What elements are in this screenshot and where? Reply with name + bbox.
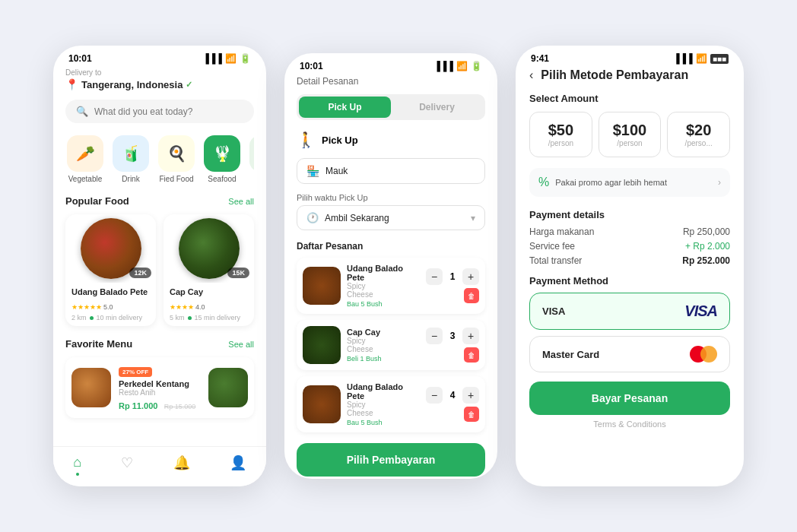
store-name: Mauk — [325, 166, 475, 176]
fav-img-2 — [208, 368, 248, 407]
qty-plus-1[interactable]: + — [462, 268, 479, 285]
popular-grid: 12K Udang Balado Pete ★★★★★5.0 2 km 10 m… — [65, 214, 254, 326]
category-seafood[interactable]: 🦞 Seafood — [202, 135, 242, 183]
order-variant-2a: Spicy — [347, 337, 420, 345]
order-right-1: − 1 + 🗑 — [426, 268, 479, 303]
order-details-2: Cap Cay Spicy Cheese Beli 1 Bush — [347, 328, 420, 363]
amount-per-100: /person — [605, 139, 655, 147]
delete-btn-3[interactable]: 🗑 — [464, 407, 479, 422]
nav-notif[interactable]: 🔔 — [173, 454, 190, 476]
search-bar[interactable]: 🔍 — [65, 100, 254, 123]
order-notes-3: Bau 5 Bush — [347, 419, 420, 426]
see-all-fav[interactable]: See all — [228, 340, 254, 349]
category-fried[interactable]: 🍳 Fied Food — [157, 135, 196, 183]
time-value: Ambil Sekarang — [325, 213, 471, 223]
fav-section-header: Favorite Menu See all — [65, 338, 254, 350]
vegetable-icon-wrap: 🥕 — [67, 135, 103, 172]
qty-control-1: − 1 + — [426, 268, 479, 285]
amount-card-20[interactable]: $20 /perso... — [667, 112, 730, 157]
fav-price-row: Rp 11.000 Rp 15.000 — [119, 398, 201, 412]
screen-payment: 9:41 ▐▐▐ 📶 ■■■ ‹ Pilih Metode Pembayaran… — [516, 46, 744, 486]
amount-per-50: /person — [536, 139, 586, 147]
popular-title: Popular Food — [65, 195, 129, 207]
order-item-3: Udang Balado Pete Spicy Cheese Bau 5 Bus… — [297, 376, 485, 432]
category-more[interactable]: 🍜 Fie. — [248, 135, 254, 183]
fav-details-perkedel: 27% OFF Perkedel Kentang Resto Anih Rp 1… — [119, 363, 201, 412]
mastercard-label: Master Card — [542, 349, 599, 360]
order-img-3 — [303, 385, 341, 423]
location-pin-icon: 📍 — [65, 78, 78, 90]
chevron-icon: ▾ — [471, 213, 475, 223]
qty-plus-2[interactable]: + — [462, 328, 479, 344]
amount-options: $50 /person $100 /person $20 /perso... — [529, 112, 730, 157]
category-drink[interactable]: 🧃 Drink — [111, 135, 151, 183]
mc-circle-orange — [700, 346, 717, 363]
amount-value-50: $50 — [536, 122, 586, 139]
qty-plus-3[interactable]: + — [462, 387, 479, 404]
food-card-udang[interactable]: 12K Udang Balado Pete ★★★★★5.0 2 km 10 m… — [65, 214, 156, 326]
amount-card-50[interactable]: $50 /person — [529, 112, 592, 157]
clock-icon: 🕐 — [306, 212, 319, 223]
check-icon: ✓ — [186, 80, 192, 90]
bottom-nav: ⌂ ♡ 🔔 👤 — [53, 446, 266, 486]
food-name-capcay: Cap Cay — [170, 287, 248, 296]
seafood-icon-wrap: 🦞 — [204, 135, 240, 172]
search-icon: 🔍 — [76, 106, 88, 117]
amount-card-100[interactable]: $100 /person — [599, 112, 662, 157]
time-2: 10:01 — [300, 61, 323, 71]
status-bar-2: 10:01 ▐▐▐ 📶 🔋 — [284, 53, 497, 76]
promo-banner[interactable]: % Pakai promo agar lebih hemat › — [529, 168, 730, 197]
screen-order: 10:01 ▐▐▐ 📶 🔋 Detail Pesanan Pick Up Del… — [284, 53, 497, 479]
food-info-udang: Udang Balado Pete ★★★★★5.0 2 km 10 min d… — [65, 283, 156, 326]
food-img-udang: 12K — [65, 214, 156, 283]
detail-label-food: Harga makanan — [529, 226, 594, 237]
food-card-capcay[interactable]: 15K Cap Cay ★★★★4.0 5 km 15 min delivery — [164, 214, 254, 326]
amount-section-title: Select Amount — [529, 93, 730, 104]
time-selector[interactable]: 🕐 Ambil Sekarang ▾ — [297, 205, 485, 230]
delete-btn-2[interactable]: 🗑 — [464, 347, 479, 363]
order-img-2 — [303, 326, 341, 364]
tab-delivery[interactable]: Delivery — [391, 97, 483, 118]
category-vegetable[interactable]: 🥕 Vegetable — [65, 135, 105, 183]
signal-icon: ▐▐▐ — [202, 53, 222, 64]
discount-badge: 27% OFF — [119, 367, 152, 377]
tab-pickup[interactable]: Pick Up — [299, 97, 391, 118]
order-item-2: Cap Cay Spicy Cheese Beli 1 Bush − 3 + 🗑 — [297, 320, 485, 370]
store-selector[interactable]: 🏪 Mauk — [297, 158, 485, 184]
order-name-3: Udang Balado Pete — [347, 382, 420, 401]
payment-card-visa[interactable]: VISA VISA — [529, 293, 730, 330]
more-icon-wrap: 🍜 — [249, 135, 254, 172]
nav-profile[interactable]: 👤 — [230, 454, 246, 476]
back-button[interactable]: ‹ — [529, 68, 533, 82]
see-all-popular[interactable]: See all — [228, 197, 254, 206]
promo-arrow-icon: › — [718, 177, 721, 188]
signal-icon-2: ▐▐▐ — [433, 61, 453, 71]
pay-btn[interactable]: Pilih Pembayaran — [297, 443, 485, 477]
nav-home[interactable]: ⌂ — [73, 454, 81, 476]
detail-row-total: Total transfer Rp 252.000 — [529, 255, 730, 266]
detail-label-service: Service fee — [529, 241, 575, 252]
delete-btn-1[interactable]: 🗑 — [464, 288, 479, 303]
search-input[interactable] — [94, 106, 243, 117]
wifi-icon: 📶 — [225, 53, 237, 64]
order-variant-3b: Cheese — [347, 409, 420, 417]
wifi-icon-2: 📶 — [456, 61, 468, 71]
terms-link[interactable]: Terms & Conditions — [529, 420, 730, 429]
fav-name: Perkedel Kentang — [119, 379, 201, 388]
nav-fav[interactable]: ♡ — [121, 454, 133, 476]
profile-icon: 👤 — [230, 454, 246, 471]
home-icon: ⌂ — [73, 454, 81, 470]
qty-minus-3[interactable]: − — [426, 387, 443, 404]
food-name-udang: Udang Balado Pete — [71, 287, 150, 296]
detail-value-total: Rp 252.000 — [682, 255, 730, 266]
fav-item-perkedel[interactable]: 27% OFF Perkedel Kentang Resto Anih Rp 1… — [65, 357, 254, 418]
payment-card-mastercard[interactable]: Master Card — [529, 336, 730, 372]
qty-minus-2[interactable]: − — [426, 328, 443, 344]
food-meta-udang: 2 km 10 min delivery — [71, 314, 150, 321]
price-badge-udang: 12K — [129, 268, 151, 278]
qty-minus-1[interactable]: − — [426, 268, 443, 285]
fav-price: Rp 11.000 — [119, 401, 157, 410]
delivery-location: 📍 Tangerang, Indonesia ✓ — [65, 78, 254, 90]
bayar-button[interactable]: Bayar Pesanan — [529, 382, 730, 415]
order-item-1: Udang Balado Pete Spicy Cheese Bau 5 Bus… — [297, 258, 485, 314]
